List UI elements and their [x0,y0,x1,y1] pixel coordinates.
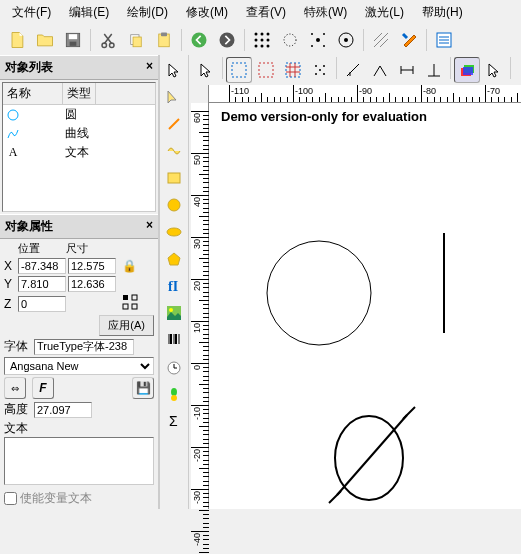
canvas-text-glyph[interactable] [329,407,415,503]
z-input[interactable] [18,296,66,312]
anchor-icon[interactable] [122,294,138,313]
font-family-select[interactable]: Angsana New [4,357,154,375]
ellipse-tool-icon[interactable] [161,219,187,245]
polygon-tool-icon[interactable] [161,246,187,272]
curve-tool-icon[interactable] [161,138,187,164]
select-tool-icon[interactable] [161,57,187,83]
node-edit-icon[interactable] [161,84,187,110]
list-item[interactable]: 圆 [3,105,155,124]
svg-point-13 [267,33,270,36]
open-file-icon[interactable] [32,27,58,53]
canvas-circle[interactable] [267,241,371,345]
properties-icon[interactable] [431,27,457,53]
snapgrid4-icon[interactable] [307,57,333,83]
snapgrid1-icon[interactable] [226,57,252,83]
circle-tool-icon[interactable] [161,192,187,218]
svg-point-21 [316,38,320,42]
text-icon: A [5,146,21,160]
canvas[interactable]: Demo version-only for evaluation [209,103,521,509]
copy-icon[interactable] [123,27,149,53]
layers-icon[interactable] [454,57,480,83]
list-item[interactable]: 曲线 [3,124,155,143]
svg-point-3 [102,43,107,48]
w-input[interactable] [68,258,116,274]
col-type[interactable]: 类型 [63,83,96,104]
save-file-icon[interactable] [60,27,86,53]
font-name-input[interactable] [34,339,134,355]
timer-tool-icon[interactable] [161,354,187,380]
sum-tool-icon[interactable]: Σ [161,408,187,434]
list-item[interactable]: A文本 [3,143,155,162]
svg-rect-58 [286,63,300,77]
light-tool-icon[interactable] [161,381,187,407]
properties-panel: 位置 尺寸 X 🔒 Y Z 应用(A) [0,239,158,509]
menu-modify[interactable]: 修改(M) [178,2,236,23]
lock-icon[interactable]: 🔒 [122,259,137,273]
close-icon[interactable]: × [146,218,153,235]
bold-icon[interactable]: F [32,377,54,399]
svg-rect-36 [132,304,137,309]
curve-icon [5,127,21,141]
paste-icon[interactable] [151,27,177,53]
hatch-icon[interactable] [368,27,394,53]
snap1-icon[interactable] [249,27,275,53]
image-tool-icon[interactable] [161,300,187,326]
svg-point-24 [311,45,313,47]
text-tool-icon[interactable]: fI [161,273,187,299]
snapgrid2-icon[interactable] [253,57,279,83]
guide3-icon[interactable] [394,57,420,83]
svg-rect-56 [232,63,246,77]
rect-tool-icon[interactable] [161,165,187,191]
menu-view[interactable]: 查看(V) [238,2,294,23]
y-input[interactable] [18,276,66,292]
cut-icon[interactable] [95,27,121,53]
snap4-icon[interactable] [333,27,359,53]
svg-point-54 [171,395,177,401]
char-spacing-icon[interactable]: ⇔ [4,377,26,399]
svg-rect-33 [123,295,128,300]
pos-label: 位置 [18,241,66,256]
guide1-icon[interactable] [340,57,366,83]
svg-point-27 [344,38,348,42]
size-label: 尺寸 [66,241,88,256]
svg-rect-2 [70,42,77,46]
svg-line-76 [329,491,341,503]
guide4-icon[interactable] [421,57,447,83]
h-input[interactable] [68,276,116,292]
menu-file[interactable]: 文件(F) [4,2,59,23]
save-font-icon[interactable]: 💾 [132,377,154,399]
snap2-icon[interactable] [277,27,303,53]
enable-var-text-checkbox[interactable] [4,492,17,505]
pick-tool-icon[interactable] [193,57,219,83]
menu-laser[interactable]: 激光(L) [357,2,412,23]
snapgrid3-icon[interactable] [280,57,306,83]
z-label: Z [4,297,16,311]
line-tool-icon[interactable] [161,111,187,137]
barcode-tool-icon[interactable] [161,327,187,353]
enable-var-text-label: 使能变量文本 [20,490,92,507]
svg-point-53 [171,388,177,396]
svg-point-23 [323,33,325,35]
guide2-icon[interactable] [367,57,393,83]
object-list[interactable]: 名称 类型 圆 曲线 A文本 [2,82,156,212]
close-icon[interactable]: × [146,59,153,76]
tools-icon[interactable] [396,27,422,53]
undo-icon[interactable] [186,27,212,53]
menu-help[interactable]: 帮助(H) [414,2,471,23]
new-file-icon[interactable] [4,27,30,53]
ruler-vertical: 6050403020100-10-20-30-40 [191,103,209,509]
redo-icon[interactable] [214,27,240,53]
cursor2-icon[interactable] [481,57,507,83]
snap3-icon[interactable] [305,27,331,53]
col-name[interactable]: 名称 [3,83,63,104]
mirror-icon[interactable] [514,57,521,83]
menu-draw[interactable]: 绘制(D) [119,2,176,23]
svg-point-14 [255,39,258,42]
apply-button[interactable]: 应用(A) [99,315,154,336]
x-input[interactable] [18,258,66,274]
text-input[interactable] [4,437,154,485]
menu-edit[interactable]: 编辑(E) [61,2,117,23]
menu-special[interactable]: 特殊(W) [296,2,355,23]
height-input[interactable] [34,402,92,418]
svg-rect-1 [69,34,77,39]
